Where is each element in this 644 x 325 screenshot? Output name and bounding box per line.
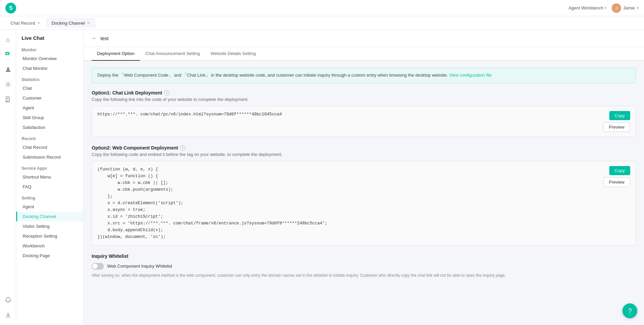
whitelist-toggle-label: Web Component Inquiry Whitelist [107,264,172,269]
whitelist-desc: After turning on, when the deployment me… [92,272,636,278]
sidebar-item-faq[interactable]: FAQ [16,182,83,192]
back-button[interactable]: ← [92,35,97,41]
option1-info-icon[interactable]: i [164,90,170,96]
agent-workbench-selector[interactable]: Agent Workbench ▾ [569,5,606,10]
user-chevron: ▾ [637,6,639,10]
info-banner-text: Deploy the 「Web Component Code」 and 「Cha… [97,73,449,78]
svg-point-4 [7,84,9,85]
tab-deployment-option[interactable]: Deployment Option [92,47,140,61]
svg-rect-1 [6,53,9,54]
inner-tabs: Deployment Option Chat Announcement Sett… [84,47,644,61]
option2-preview-button[interactable]: Preview [603,177,630,187]
content-body: Deploy the 「Web Component Code」 and 「Cha… [84,61,644,293]
sidebar-item-customer[interactable]: Customer [16,93,83,103]
page-title: test [100,35,109,41]
sidebar-item-chat-monitor[interactable]: Chat Monitor [16,63,83,73]
option2-desc: Copy the following code and embed it bef… [92,152,636,157]
option1-copy-button[interactable]: Copy [609,111,630,120]
sidebar: Live Chat Monitor Monitor Overview Chat … [16,30,84,325]
option2-code-box: (function (w, d, e, x) { w[e] = function… [92,161,636,245]
sidebar-section-setting: Setting [16,192,83,202]
rail-book-icon[interactable] [2,93,14,105]
option2-copy-button[interactable]: Copy [609,166,630,175]
rail-settings-icon[interactable] [2,78,14,90]
whitelist-toggle-row: Web Component Inquiry Whitelist [92,263,636,270]
rail-download-icon[interactable] [2,309,14,321]
tab-docking-channel-close[interactable]: ✕ [87,21,90,25]
sidebar-item-agent-setting[interactable]: Agent [16,202,83,212]
sidebar-section-monitor: Monitor [16,44,83,54]
option2-info-icon[interactable]: i [180,145,185,151]
sidebar-item-docking-page[interactable]: Docking Page [16,251,83,261]
option2-actions: Copy Preview [603,166,630,187]
agent-workbench-chevron: ▾ [605,6,606,10]
sidebar-header: Live Chat [16,30,83,44]
option1-title: Option1: Chat Link Deployment i [92,90,636,96]
tab-chat-record[interactable]: Chat Record ✕ [5,18,45,28]
view-config-link[interactable]: View configuration file [449,73,492,78]
user-avatar: J [612,3,621,13]
tab-chat-announcement[interactable]: Chat Announcement Setting [140,47,205,61]
sidebar-item-chat-record[interactable]: Chat Record [16,142,83,152]
option1-desc: Copy the following link into the code of… [92,97,636,102]
svg-rect-2 [6,54,8,55]
rail-user-icon[interactable] [2,63,14,76]
tab-docking-channel-label: Docking Channel [52,21,85,26]
sidebar-item-workbench[interactable]: Workbench [16,241,83,251]
sidebar-section-service-apps: Service Apps [16,162,83,172]
topbar-left: S [5,3,16,13]
info-banner: Deploy the 「Web Component Code」 and 「Cha… [92,67,636,83]
tab-website-details[interactable]: Website Details Setting [205,47,261,61]
sidebar-item-monitor-overview[interactable]: Monitor Overview [16,54,83,63]
tab-chat-record-close[interactable]: ✕ [37,21,40,25]
tabs-row: Chat Record ✕ Docking Channel ✕ [0,16,644,30]
sidebar-item-visitor-setting[interactable]: Visitor Setting [16,221,83,231]
rail-chat-icon[interactable] [2,49,14,61]
help-button[interactable]: ? [622,303,637,318]
tab-docking-channel[interactable]: Docking Channel ✕ [47,18,95,28]
content-area: ← test Deployment Option Chat Announceme… [84,30,644,325]
tab-chat-record-label: Chat Record [10,21,35,26]
sidebar-item-agent[interactable]: Agent [16,103,83,113]
rail-bell-icon[interactable] [2,294,14,306]
main-layout: ⌂ Live Chat Monitor Monitor Overview Cha… [0,30,644,325]
sidebar-item-docking-channel[interactable]: Docking Channel [16,212,83,221]
user-name: Jamie [623,5,635,10]
option1-actions: Copy Preview [603,111,630,132]
sidebar-item-chat[interactable]: Chat [16,83,83,93]
user-menu[interactable]: J Jamie ▾ [612,3,639,13]
topbar: S Agent Workbench ▾ J Jamie ▾ [0,0,644,16]
icon-rail: ⌂ [0,30,16,325]
sidebar-section-statistics: Statistics [16,73,83,83]
toggle-knob [92,264,98,269]
svg-point-3 [7,67,9,70]
sidebar-item-submission-record[interactable]: Submission Record [16,152,83,162]
topbar-right: Agent Workbench ▾ J Jamie ▾ [569,3,639,13]
agent-workbench-label: Agent Workbench [569,5,603,10]
option1-preview-button[interactable]: Preview [603,122,630,132]
rail-home-icon[interactable]: ⌂ [2,34,14,46]
whitelist-section: Inquiry Whitelist Web Component Inquiry … [92,253,636,278]
sidebar-item-satisfaction[interactable]: Satisfaction [16,123,83,132]
whitelist-label: Inquiry Whitelist [92,253,636,259]
page-header: ← test [84,30,644,47]
sidebar-item-reception-setting[interactable]: Reception Setting [16,231,83,241]
option2-code: (function (w, d, e, x) { w[e] = function… [97,166,599,240]
sidebar-item-shortcut-menu[interactable]: Shortcut Menu [16,172,83,182]
option2-title: Option2: Web Component Deployment i [92,145,636,151]
option1-section: Option1: Chat Link Deployment i Copy the… [92,90,636,137]
app-logo: S [5,3,16,13]
option1-code-box: https://***.***. com/chat/pc/v6/index.ht… [92,106,636,137]
option1-code: https://***.***. com/chat/pc/v6/index.ht… [97,111,599,118]
whitelist-toggle[interactable] [92,263,104,270]
sidebar-item-skill-group[interactable]: Skill Group [16,113,83,123]
option2-section: Option2: Web Component Deployment i Copy… [92,145,636,245]
sidebar-section-record: Record [16,132,83,142]
